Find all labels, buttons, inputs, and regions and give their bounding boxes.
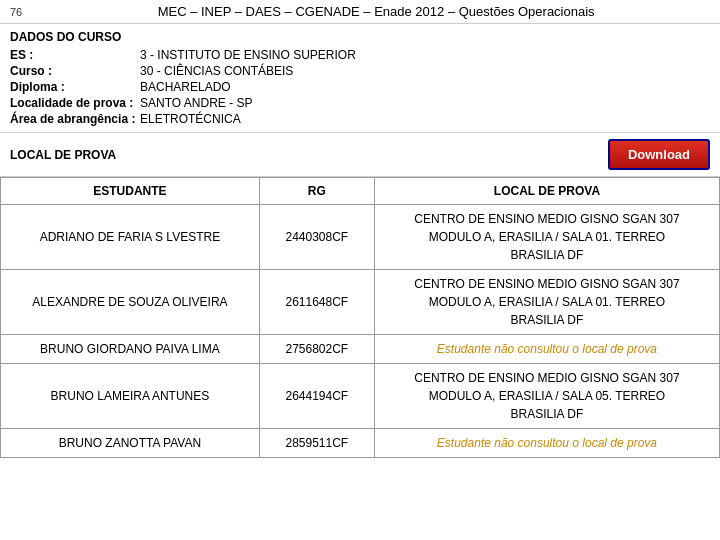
table-row: BRUNO LAMEIRA ANTUNES2644194CFCENTRO DE … [1,364,720,429]
dados-do-curso-title: DADOS DO CURSO [10,30,710,44]
dados-do-curso-section: DADOS DO CURSO ES :3 - INSTITUTO DE ENSI… [0,24,720,133]
dados-row: Área de abrangência :ELETROTÉCNICA [10,112,710,126]
cell-rg: 2440308CF [259,205,374,270]
dados-fields: ES :3 - INSTITUTO DE ENSINO SUPERIORCurs… [10,48,710,126]
table-row: ALEXANDRE DE SOUZA OLIVEIRA2611648CFCENT… [1,270,720,335]
cell-rg: 2644194CF [259,364,374,429]
cell-estudante: BRUNO ZANOTTA PAVAN [1,429,260,458]
cell-rg: 2859511CF [259,429,374,458]
dados-row: ES :3 - INSTITUTO DE ENSINO SUPERIOR [10,48,710,62]
page-header: 76 MEC – INEP – DAES – CGENADE – Enade 2… [0,0,720,24]
dados-label: Área de abrangência : [10,112,140,126]
table-row: BRUNO ZANOTTA PAVAN2859511CFEstudante nã… [1,429,720,458]
local-de-prova-header: LOCAL DE PROVA Download [0,133,720,177]
cell-rg: 2611648CF [259,270,374,335]
local-de-prova-title: LOCAL DE PROVA [10,148,116,162]
cell-local: CENTRO DE ENSINO MEDIO GISNO SGAN 307 MO… [374,205,719,270]
cell-estudante: ADRIANO DE FARIA S LVESTRE [1,205,260,270]
col-header-estudante: ESTUDANTE [1,178,260,205]
cell-estudante: ALEXANDRE DE SOUZA OLIVEIRA [1,270,260,335]
students-table: ESTUDANTE RG LOCAL DE PROVA ADRIANO DE F… [0,177,720,458]
page-number: 76 [10,6,22,18]
cell-local: Estudante não consultou o local de prova [374,429,719,458]
dados-value: BACHARELADO [140,80,231,94]
cell-local: CENTRO DE ENSINO MEDIO GISNO SGAN 307 MO… [374,270,719,335]
dados-row: Localidade de prova :SANTO ANDRE - SP [10,96,710,110]
dados-value: 30 - CIÊNCIAS CONTÁBEIS [140,64,293,78]
dados-label: Diploma : [10,80,140,94]
dados-value: 3 - INSTITUTO DE ENSINO SUPERIOR [140,48,356,62]
dados-label: Localidade de prova : [10,96,140,110]
table-body: ADRIANO DE FARIA S LVESTRE2440308CFCENTR… [1,205,720,458]
dados-value: ELETROTÉCNICA [140,112,241,126]
cell-estudante: BRUNO LAMEIRA ANTUNES [1,364,260,429]
cell-estudante: BRUNO GIORDANO PAIVA LIMA [1,335,260,364]
table-row: BRUNO GIORDANO PAIVA LIMA2756802CFEstuda… [1,335,720,364]
cell-local: Estudante não consultou o local de prova [374,335,719,364]
cell-local: CENTRO DE ENSINO MEDIO GISNO SGAN 307 MO… [374,364,719,429]
col-header-rg: RG [259,178,374,205]
dados-label: ES : [10,48,140,62]
page-title: MEC – INEP – DAES – CGENADE – Enade 2012… [42,4,710,19]
cell-rg: 2756802CF [259,335,374,364]
table-row: ADRIANO DE FARIA S LVESTRE2440308CFCENTR… [1,205,720,270]
col-header-local: LOCAL DE PROVA [374,178,719,205]
download-button[interactable]: Download [608,139,710,170]
dados-row: Diploma :BACHARELADO [10,80,710,94]
dados-label: Curso : [10,64,140,78]
dados-value: SANTO ANDRE - SP [140,96,252,110]
dados-row: Curso :30 - CIÊNCIAS CONTÁBEIS [10,64,710,78]
